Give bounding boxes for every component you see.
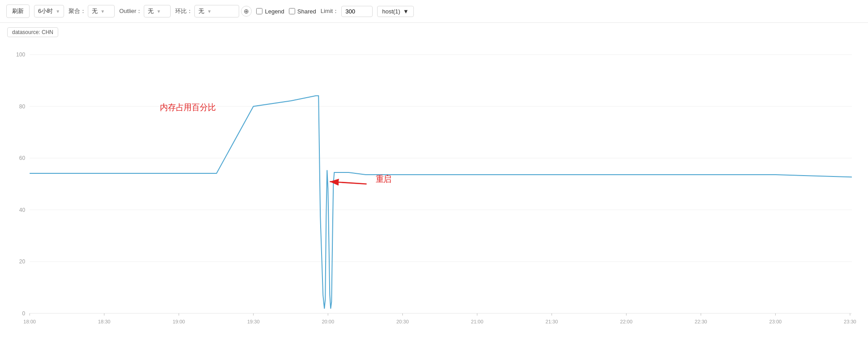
aggregate-select[interactable]: 无 ▼	[88, 5, 115, 17]
svg-text:20:30: 20:30	[396, 319, 409, 324]
time-range-arrow-icon: ▼	[56, 9, 60, 14]
restart-label: 重启	[376, 174, 391, 183]
svg-text:0: 0	[22, 310, 25, 316]
huanbi-select[interactable]: 无 ▼	[194, 5, 239, 17]
svg-text:100: 100	[16, 52, 25, 58]
aggregate-label: 聚合：	[69, 7, 86, 15]
svg-text:23:30: 23:30	[844, 319, 856, 324]
chart-container: 100 80 60 40 20 0 18:00 18:30 19:00	[7, 41, 861, 336]
svg-text:22:30: 22:30	[695, 319, 707, 324]
svg-text:19:00: 19:00	[172, 319, 185, 324]
svg-text:20:00: 20:00	[322, 319, 334, 324]
add-huanbi-button[interactable]: ⊕	[241, 6, 252, 17]
refresh-button[interactable]: 刷新	[6, 4, 30, 18]
outlier-group: Outlier： 无 ▼	[119, 5, 171, 17]
huanbi-arrow-icon: ▼	[207, 9, 211, 14]
outlier-arrow-icon: ▼	[156, 9, 161, 14]
svg-text:23:00: 23:00	[769, 319, 782, 324]
svg-text:40: 40	[19, 206, 26, 213]
limit-input[interactable]	[341, 6, 373, 17]
chart-svg: 100 80 60 40 20 0 18:00 18:30 19:00	[7, 41, 861, 336]
time-range-value: 6小时	[38, 7, 53, 15]
outlier-select[interactable]: 无 ▼	[144, 5, 171, 17]
huanbi-group: 环比： 无 ▼ ⊕	[175, 5, 252, 17]
svg-text:18:00: 18:00	[23, 319, 36, 324]
shared-checkbox[interactable]	[289, 8, 295, 14]
svg-text:18:30: 18:30	[98, 319, 111, 324]
legend-label: Legend	[265, 8, 284, 15]
huanbi-label: 环比：	[175, 7, 193, 15]
restart-arrow	[330, 182, 366, 184]
svg-text:60: 60	[19, 155, 26, 161]
shared-label: Shared	[297, 8, 316, 15]
aggregate-arrow-icon: ▼	[100, 9, 105, 14]
limit-group: Limit：	[321, 6, 373, 17]
svg-text:19:30: 19:30	[247, 319, 260, 324]
outlier-label: Outlier：	[119, 7, 142, 15]
host-value: host(1)	[382, 8, 400, 15]
limit-label: Limit：	[321, 7, 339, 15]
chart-title-annotation: 内存占用百分比	[160, 102, 215, 112]
chart-line	[30, 96, 852, 309]
legend-checkbox[interactable]	[256, 8, 262, 14]
toolbar: 刷新 6小时 ▼ 聚合： 无 ▼ Outlier： 无 ▼ 环比： 无 ▼ ⊕ …	[0, 0, 868, 23]
shared-group: Shared	[289, 8, 316, 15]
datasource-tag: datasource: CHN	[7, 27, 58, 37]
host-select[interactable]: host(1) ▼	[377, 6, 413, 17]
chart-area: datasource: CHN 100 80 60 40 20 0	[0, 23, 868, 336]
svg-text:20: 20	[19, 258, 26, 265]
svg-text:22:00: 22:00	[620, 319, 633, 324]
huanbi-value: 无	[198, 7, 204, 15]
time-range-select[interactable]: 6小时 ▼	[34, 5, 64, 17]
svg-text:80: 80	[19, 103, 26, 109]
legend-group: Legend	[256, 8, 284, 15]
svg-text:21:00: 21:00	[471, 319, 483, 324]
outlier-value: 无	[148, 7, 154, 15]
aggregate-group: 聚合： 无 ▼	[69, 5, 115, 17]
host-arrow-icon: ▼	[403, 8, 409, 15]
aggregate-value: 无	[92, 7, 98, 15]
svg-text:21:30: 21:30	[546, 319, 558, 324]
